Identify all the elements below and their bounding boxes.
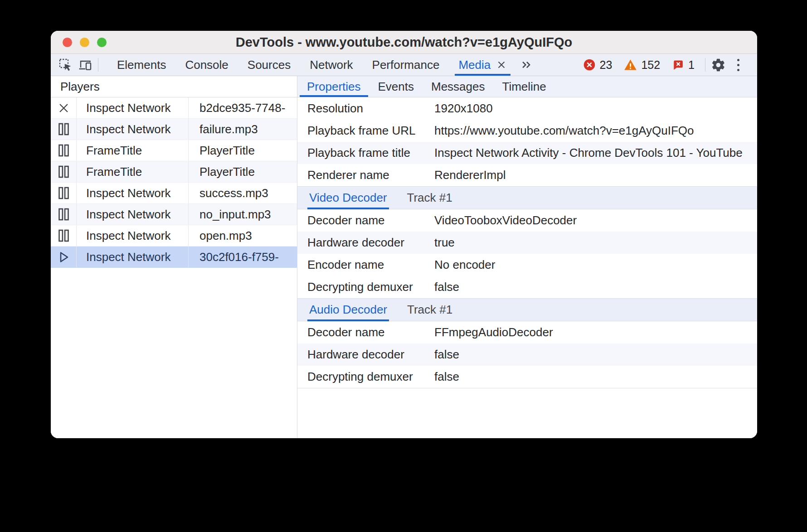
panel-tab[interactable]: Network — [300, 54, 362, 76]
close-icon[interactable] — [496, 59, 507, 70]
play-icon — [58, 251, 70, 264]
device-toolbar-icon[interactable] — [75, 55, 95, 75]
gear-icon[interactable] — [708, 55, 728, 75]
players-panel-title: Players — [51, 76, 297, 97]
minimize-window-button[interactable] — [80, 38, 89, 47]
player-name: Inspect Network — [76, 204, 189, 225]
property-label: Decoder name — [297, 325, 434, 339]
players-list: Inspect Network b2dce935-7748- — [51, 97, 297, 268]
error-icon — [583, 58, 596, 71]
player-row[interactable]: Inspect Network b2dce935-7748- — [51, 97, 297, 119]
panel-tab[interactable]: Console — [175, 54, 238, 76]
property-row: Decoder name VideoTooboxVideoDecoder — [297, 209, 757, 232]
titlebar: DevTools - www.youtube.com/watch?v=e1gAy… — [51, 31, 757, 54]
tab-media[interactable]: Media — [454, 54, 511, 76]
kebab-menu-icon[interactable] — [728, 55, 748, 75]
player-row[interactable]: Inspect Network success.mp3 — [51, 183, 297, 204]
property-value: Inspect Network Activity - Chrome DevToo… — [434, 146, 757, 160]
tab-video-decoder[interactable]: Video Decoder — [307, 187, 389, 209]
property-row: Encoder name No encoder — [297, 254, 757, 276]
zoom-window-button[interactable] — [97, 38, 107, 47]
issues-count: 1 — [688, 58, 695, 72]
player-value: PlayerTitle — [189, 161, 297, 182]
issues-icon — [672, 59, 684, 71]
video-decoder-section-bar: Video Decoder Track #1 — [297, 186, 757, 209]
tab-audio-decoder[interactable]: Audio Decoder — [307, 299, 389, 321]
property-label: Playback frame URL — [297, 124, 434, 138]
player-row[interactable]: Inspect Network open.mp3 — [51, 225, 297, 247]
player-value: failure.mp3 — [189, 119, 297, 140]
player-name: Inspect Network — [76, 183, 189, 203]
devtools-window: DevTools - www.youtube.com/watch?v=e1gAy… — [51, 31, 757, 438]
inspect-icon[interactable] — [55, 55, 75, 75]
player-name: Inspect Network — [76, 225, 189, 246]
properties-panel-tab[interactable]: Timeline — [494, 76, 555, 97]
properties-panel-tab[interactable]: Messages — [423, 76, 494, 97]
player-row[interactable]: Inspect Network no_input.mp3 — [51, 204, 297, 225]
property-row: Hardware decoder true — [297, 232, 757, 254]
panel-tab[interactable]: Sources — [238, 54, 300, 76]
property-value: false — [434, 370, 757, 384]
property-value: true — [434, 236, 757, 250]
pause-icon — [58, 186, 70, 200]
properties-panel: Properties Events Messages Timeline Reso… — [297, 76, 757, 438]
warnings-badge[interactable]: 152 — [621, 58, 663, 72]
property-row: Renderer name RendererImpl — [297, 164, 757, 186]
property-value: false — [434, 348, 757, 362]
errors-badge[interactable]: 23 — [580, 58, 616, 72]
property-label: Renderer name — [297, 168, 434, 182]
toolbar-divider — [98, 58, 98, 72]
property-row: Hardware decoder false — [297, 343, 757, 366]
more-tabs-chevron-icon[interactable] — [516, 55, 536, 75]
panel-tab[interactable]: Elements — [107, 54, 175, 76]
close-player-icon — [58, 102, 70, 114]
pause-icon — [58, 122, 70, 136]
devtools-toolbar: Elements Console Sources Network Perform… — [51, 54, 757, 76]
property-row: Playback frame title Inspect Network Act… — [297, 142, 757, 164]
close-window-button[interactable] — [63, 38, 72, 47]
issues-badge[interactable]: 1 — [669, 58, 698, 72]
property-label: Decrypting demuxer — [297, 280, 434, 294]
player-value: open.mp3 — [189, 225, 297, 246]
properties-panel-tab[interactable]: Events — [369, 76, 423, 97]
property-value: No encoder — [434, 258, 757, 272]
property-row: Decrypting demuxer false — [297, 366, 757, 388]
property-value: FFmpegAudioDecoder — [434, 325, 757, 339]
property-label: Hardware decoder — [297, 348, 434, 362]
player-value: 30c2f016-f759- — [189, 247, 297, 267]
player-row[interactable]: Inspect Network 30c2f016-f759- — [51, 247, 297, 268]
property-row: Decoder name FFmpegAudioDecoder — [297, 321, 757, 343]
tab-audio-track-1[interactable]: Track #1 — [407, 299, 452, 321]
panel-tab[interactable]: Performance — [363, 54, 449, 76]
tab-media-label: Media — [458, 58, 491, 72]
audio-decoder-section-bar: Audio Decoder Track #1 — [297, 298, 757, 321]
players-panel: Players — [51, 76, 297, 438]
player-row[interactable]: Inspect Network failure.mp3 — [51, 119, 297, 140]
property-value: 1920x1080 — [434, 102, 757, 116]
player-name: Inspect Network — [76, 97, 189, 118]
property-label: Hardware decoder — [297, 236, 434, 250]
pause-icon — [58, 165, 70, 179]
property-label: Playback frame title — [297, 146, 434, 160]
player-value: success.mp3 — [189, 183, 297, 203]
player-row[interactable]: FrameTitle PlayerTitle — [51, 161, 297, 183]
panel-tabs: Elements Console Sources Network Perform… — [107, 54, 449, 76]
property-value: RendererImpl — [434, 168, 757, 182]
properties-table: Resolution 1920x1080 Playback frame URL … — [297, 97, 757, 186]
properties-panel-tab[interactable]: Properties — [298, 76, 369, 97]
tab-video-track-1[interactable]: Track #1 — [407, 187, 452, 209]
property-label: Decoder name — [297, 213, 434, 227]
property-label: Resolution — [297, 102, 434, 116]
player-name: FrameTitle — [76, 140, 189, 161]
property-label: Encoder name — [297, 258, 434, 272]
pause-icon — [58, 208, 70, 221]
pause-icon — [58, 144, 70, 157]
player-row[interactable]: FrameTitle PlayerTitle — [51, 140, 297, 161]
property-value: https://www.youtube.com/watch?v=e1gAyQuI… — [434, 124, 757, 138]
section-divider — [297, 388, 757, 388]
property-value: false — [434, 280, 757, 294]
player-name: FrameTitle — [76, 161, 189, 182]
warnings-count: 152 — [641, 58, 660, 72]
property-row: Resolution 1920x1080 — [297, 97, 757, 120]
properties-tabbar: Properties Events Messages Timeline — [297, 76, 757, 97]
